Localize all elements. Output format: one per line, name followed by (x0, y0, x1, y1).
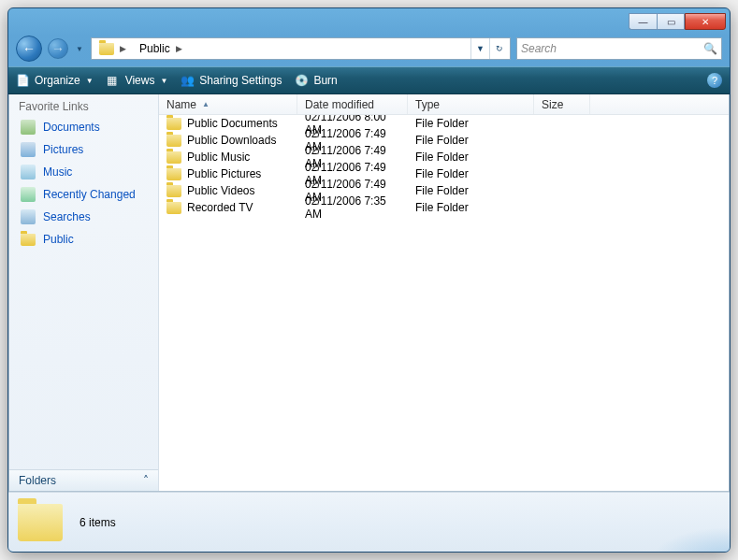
file-name: Public Music (187, 151, 250, 164)
maximize-button[interactable]: ▭ (657, 13, 685, 30)
searches-icon (21, 209, 36, 224)
organize-menu[interactable]: 📄 Organize ▼ (16, 74, 94, 87)
breadcrumb-dropdown[interactable]: ▼ (470, 38, 489, 59)
folder-icon (21, 234, 36, 246)
column-label: Name (166, 98, 196, 111)
column-label: Size (542, 98, 563, 111)
breadcrumb-segment-public[interactable]: Public ▶ (134, 38, 190, 59)
file-name: Public Pictures (187, 167, 261, 180)
views-icon: ▦ (107, 74, 120, 87)
sidebar-item-label: Music (43, 165, 72, 179)
details-summary: 6 items (80, 516, 116, 529)
file-name: Recorded TV (187, 201, 253, 214)
file-date: 02/11/2006 7:35 AM (305, 194, 400, 221)
chevron-down-icon: ▼ (86, 77, 94, 85)
titlebar: — ▭ ✕ (8, 8, 730, 35)
folders-label: Folders (19, 474, 56, 487)
file-name: Public Downloads (187, 134, 276, 147)
file-row[interactable]: Recorded TV02/11/2006 7:35 AMFile Folder (159, 199, 729, 216)
column-label: Date modified (305, 98, 374, 111)
organize-label: Organize (35, 74, 80, 87)
folders-pane-toggle[interactable]: Folders ˄ (9, 469, 158, 491)
file-type: File Folder (415, 117, 469, 130)
command-bar: 📄 Organize ▼ ▦ Views ▼ 👥 Sharing Setting… (8, 66, 730, 94)
arrow-right-icon: → (51, 41, 65, 56)
file-row[interactable]: Public Music02/11/2006 7:49 AMFile Folde… (159, 149, 729, 165)
sidebar-item-documents[interactable]: Documents (15, 117, 152, 137)
sidebar-item-label: Recently Changed (43, 188, 136, 201)
column-label: Type (415, 98, 440, 111)
organize-icon: 📄 (16, 74, 29, 87)
sort-asc-icon: ▲ (202, 100, 210, 108)
search-input[interactable]: Search 🔍 (516, 37, 722, 60)
recent-icon (21, 187, 36, 202)
folder-icon (166, 151, 181, 164)
sharing-button[interactable]: 👥 Sharing Settings (181, 74, 282, 87)
folder-icon (18, 504, 63, 541)
folder-icon (166, 202, 181, 214)
column-headers: Name ▲ Date modified Type Size (159, 94, 729, 115)
file-list: Public Documents02/11/2006 8:00 AMFile F… (159, 115, 729, 491)
file-type: File Folder (415, 184, 469, 197)
help-button[interactable]: ? (707, 73, 722, 88)
file-type: File Folder (415, 201, 469, 214)
file-row[interactable]: Public Videos02/11/2006 7:49 AMFile Fold… (159, 182, 729, 199)
column-header-name[interactable]: Name ▲ (159, 94, 297, 114)
views-label: Views (125, 74, 155, 87)
sidebar-item-label: Pictures (43, 143, 83, 156)
refresh-button[interactable]: ↻ (489, 38, 508, 59)
breadcrumb-root[interactable]: ▶ (94, 38, 134, 59)
minimize-button[interactable]: — (629, 13, 657, 30)
sidebar-item-public[interactable]: Public (15, 229, 152, 250)
close-button[interactable]: ✕ (685, 13, 726, 30)
search-icon: 🔍 (703, 42, 717, 55)
file-row[interactable]: Public Documents02/11/2006 8:00 AMFile F… (159, 115, 729, 132)
file-name: Public Documents (187, 117, 278, 130)
navigation-pane: Favorite Links Documents Pictures Music … (9, 94, 159, 491)
column-header-size[interactable]: Size (534, 94, 590, 114)
breadcrumb-label: Public (139, 42, 170, 55)
burn-icon: 💿 (295, 74, 308, 87)
back-button[interactable]: ← (16, 36, 42, 62)
sidebar-item-pictures[interactable]: Pictures (15, 139, 152, 160)
burn-label: Burn (313, 74, 337, 87)
client-area: Favorite Links Documents Pictures Music … (8, 94, 730, 492)
forward-button[interactable]: → (48, 38, 68, 59)
column-header-date[interactable]: Date modified (297, 94, 408, 114)
sidebar-item-recently-changed[interactable]: Recently Changed (15, 184, 152, 205)
window-controls: — ▭ ✕ (629, 13, 726, 30)
search-placeholder: Search (521, 42, 557, 55)
pictures-icon (21, 142, 36, 157)
documents-icon (21, 120, 36, 135)
favorites-list: Documents Pictures Music Recently Change… (9, 117, 158, 250)
explorer-window: — ▭ ✕ ← → ▼ ▶ Public ▶ ▼ ↻ (7, 7, 731, 553)
folder-icon (166, 185, 181, 197)
decorative-swoosh (543, 492, 730, 552)
views-menu[interactable]: ▦ Views ▼ (107, 74, 168, 87)
folder-icon (166, 168, 181, 180)
favorites-heading: Favorite Links (9, 94, 158, 117)
sidebar-item-music[interactable]: Music (15, 162, 152, 182)
nav-history-dropdown[interactable]: ▼ (74, 41, 85, 56)
folder-icon (166, 118, 181, 130)
burn-button[interactable]: 💿 Burn (295, 74, 337, 87)
breadcrumb[interactable]: ▶ Public ▶ ▼ ↻ (91, 37, 511, 60)
file-type: File Folder (415, 134, 469, 147)
chevron-right-icon: ▶ (118, 44, 128, 53)
folder-icon (166, 135, 181, 147)
file-name: Public Videos (187, 184, 255, 197)
sidebar-item-label: Public (43, 233, 74, 246)
chevron-down-icon: ▼ (160, 77, 167, 85)
column-header-type[interactable]: Type (408, 94, 534, 114)
sharing-icon: 👥 (181, 74, 194, 87)
sharing-label: Sharing Settings (199, 74, 282, 87)
sidebar-item-label: Searches (43, 210, 91, 223)
folder-icon (99, 43, 114, 55)
file-row[interactable]: Public Pictures02/11/2006 7:49 AMFile Fo… (159, 165, 729, 182)
chevron-right-icon: ▶ (174, 44, 184, 53)
sidebar-item-label: Documents (43, 121, 100, 134)
file-type: File Folder (415, 151, 469, 164)
sidebar-item-searches[interactable]: Searches (15, 207, 152, 227)
file-row[interactable]: Public Downloads02/11/2006 7:49 AMFile F… (159, 132, 729, 149)
content-pane: Name ▲ Date modified Type Size Public Do… (159, 94, 729, 491)
